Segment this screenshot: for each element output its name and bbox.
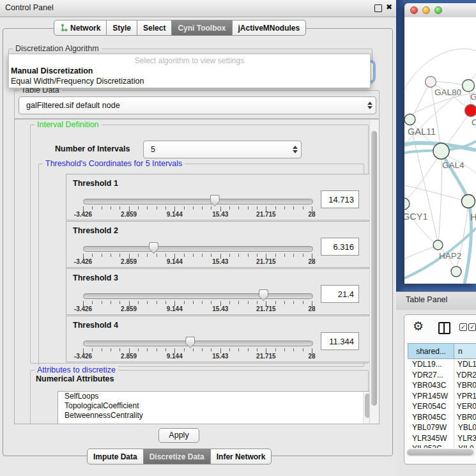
- split-columns-icon[interactable]: [438, 322, 450, 334]
- cell-shared-name: YBR043C: [408, 380, 453, 391]
- slider-handle[interactable]: [185, 337, 195, 348]
- tab-network[interactable]: Network: [54, 20, 107, 36]
- node-gal11[interactable]: [404, 114, 415, 125]
- network-window-titlebar[interactable]: [404, 3, 476, 18]
- node-h[interactable]: [462, 195, 475, 208]
- threshold-4-value-field[interactable]: [321, 332, 359, 350]
- tab-jactivemnodules[interactable]: jActiveMNodules: [233, 20, 307, 36]
- gear-icon[interactable]: ⚙: [413, 319, 424, 334]
- tab-cyni-toolbox[interactable]: Cyni Toolbox: [172, 20, 232, 36]
- threshold-2-value-field[interactable]: [321, 238, 359, 256]
- table-row[interactable]: YBL079WYBL0: [408, 422, 476, 433]
- node-gal80[interactable]: [426, 77, 436, 88]
- dropdown-item-manual-discretization[interactable]: Manual Discretization: [9, 66, 370, 76]
- scale-tick-label: 28: [308, 305, 315, 312]
- scale-tick-label: -3.426: [74, 305, 92, 312]
- list-item[interactable]: BetweennessCentrality: [58, 411, 372, 420]
- threshold-3-slider[interactable]: [83, 288, 312, 302]
- table-row[interactable]: YDR27...YDR2: [408, 370, 476, 381]
- cell-name: YPR1: [453, 391, 476, 402]
- node-top-right[interactable]: [463, 80, 475, 92]
- slider-handle[interactable]: [149, 242, 158, 254]
- interval-definition-group: Interval Definition Number of Intervals …: [30, 125, 369, 364]
- table-row[interactable]: YPR145WYPR1: [408, 391, 476, 402]
- float-window-icon[interactable]: [374, 4, 382, 12]
- close-traffic-light[interactable]: [410, 6, 418, 14]
- table-row[interactable]: YIL052CYIL0: [408, 443, 476, 448]
- cell-shared-name: YBL079W: [408, 422, 454, 433]
- cell-name: YBR0: [453, 380, 476, 391]
- scale-tick-label: 15.43: [212, 353, 228, 360]
- slider-handle[interactable]: [210, 195, 220, 206]
- minimize-traffic-light[interactable]: [422, 6, 430, 14]
- tab-infer-network[interactable]: Infer Network: [211, 449, 272, 464]
- close-icon[interactable]: ✖: [386, 3, 392, 12]
- scrollbar-thumb[interactable]: [407, 449, 473, 456]
- label-g-clipped: G: [470, 92, 476, 102]
- slider-scale-labels: -3.4262.8599.14415.4321.71528: [83, 211, 312, 218]
- threshold-4-slider[interactable]: [83, 335, 312, 349]
- scale-tick-label: 9.144: [167, 305, 183, 312]
- network-icon: [60, 24, 68, 32]
- list-item[interactable]: SelfLoops: [58, 392, 372, 401]
- horizontal-scrollbar[interactable]: [406, 449, 475, 457]
- table-rows[interactable]: YDL19...YDL1YDR27...YDR2YBR043CYBR0YPR14…: [408, 359, 476, 448]
- tab-select[interactable]: Select: [137, 20, 172, 36]
- slider-handle[interactable]: [259, 289, 268, 301]
- tab-style[interactable]: Style: [107, 20, 137, 36]
- table-data-group: Table Data galFiltered.sif default node: [14, 90, 380, 119]
- tab-impute-data[interactable]: Impute Data: [87, 449, 144, 464]
- network-canvas[interactable]: GAL80 G C GAL11 GAL4 GCY1 H HAP2: [404, 17, 476, 284]
- table-row[interactable]: YDL19...YDL1: [408, 359, 476, 370]
- top-tab-bar: Network Style Select Cyni Toolbox jActiv…: [54, 20, 306, 36]
- thresholds-group: Threshold's Coordinates for 5 Intervals …: [38, 164, 364, 367]
- column-header-name[interactable]: n: [454, 343, 476, 359]
- node-bottom[interactable]: [451, 266, 461, 277]
- table-data-combobox[interactable]: galFiltered.sif default node: [19, 96, 376, 114]
- threshold-label: Threshold 2: [73, 226, 118, 235]
- threshold-label: Threshold 1: [73, 179, 118, 188]
- cell-name: YLR3: [454, 433, 476, 444]
- node-selected-red[interactable]: [465, 105, 476, 117]
- scrollbar-thumb[interactable]: [371, 131, 377, 406]
- apply-button[interactable]: Apply: [158, 428, 199, 443]
- table-row[interactable]: YER054CYER0: [408, 401, 476, 412]
- column-header-shared[interactable]: shared...: [408, 343, 454, 359]
- dropdown-item-equal-width-frequency[interactable]: Equal Width/Frequency Discretization: [9, 76, 370, 86]
- scale-tick-label: -3.426: [74, 211, 92, 218]
- number-of-intervals-combobox[interactable]: 5: [143, 141, 302, 158]
- combo-arrows-icon: [289, 146, 301, 153]
- algorithm-dropdown-popup: Select algorithm to view settings Manual…: [8, 54, 371, 88]
- cell-name: YDL1: [454, 359, 476, 370]
- threshold-1-slider[interactable]: [83, 194, 312, 208]
- node-gcy1[interactable]: [404, 198, 410, 210]
- pane-scrollbar[interactable]: [369, 119, 379, 424]
- numerical-attributes-list[interactable]: SelfLoopsTopologicalCoefficientBetweenne…: [58, 391, 373, 424]
- zoom-traffic-light[interactable]: [434, 6, 442, 14]
- node-gal4[interactable]: [433, 143, 449, 159]
- threshold-2-slider[interactable]: [83, 241, 312, 255]
- slider-track[interactable]: [83, 341, 313, 346]
- cell-shared-name: YBR045C: [408, 412, 453, 423]
- table-row[interactable]: YBR045CYBR0: [408, 412, 476, 423]
- tab-discretize-data[interactable]: Discretize Data: [144, 449, 211, 464]
- slider-track[interactable]: [83, 246, 313, 252]
- slider-track[interactable]: [83, 199, 313, 204]
- table-row[interactable]: YLR345WYLR3: [408, 433, 476, 444]
- table-row[interactable]: YBR043CYBR0: [408, 380, 476, 391]
- threshold-3-value-field[interactable]: [321, 285, 359, 303]
- checkbox-icon[interactable]: ✓: [468, 323, 476, 331]
- checkbox-icon[interactable]: ✓: [459, 323, 467, 331]
- slider-scale-labels: -3.4262.8599.14415.4321.71528: [83, 258, 312, 265]
- cell-shared-name: YDR27...: [408, 370, 452, 381]
- scale-tick-label: 15.43: [212, 305, 228, 312]
- threshold-label: Threshold 4: [73, 321, 118, 330]
- threshold-1-value-field[interactable]: [321, 190, 359, 208]
- node-hap2[interactable]: [433, 240, 443, 250]
- scale-tick-label: 2.859: [121, 305, 137, 312]
- slider-track[interactable]: [83, 293, 313, 299]
- list-item[interactable]: TopologicalCoefficient: [58, 401, 372, 411]
- bottom-tab-bar: Impute Data Discretize Data Infer Networ…: [87, 449, 272, 464]
- dropdown-placeholder-item[interactable]: Select algorithm to view settings: [9, 56, 370, 66]
- scale-tick-label: 2.859: [121, 258, 137, 265]
